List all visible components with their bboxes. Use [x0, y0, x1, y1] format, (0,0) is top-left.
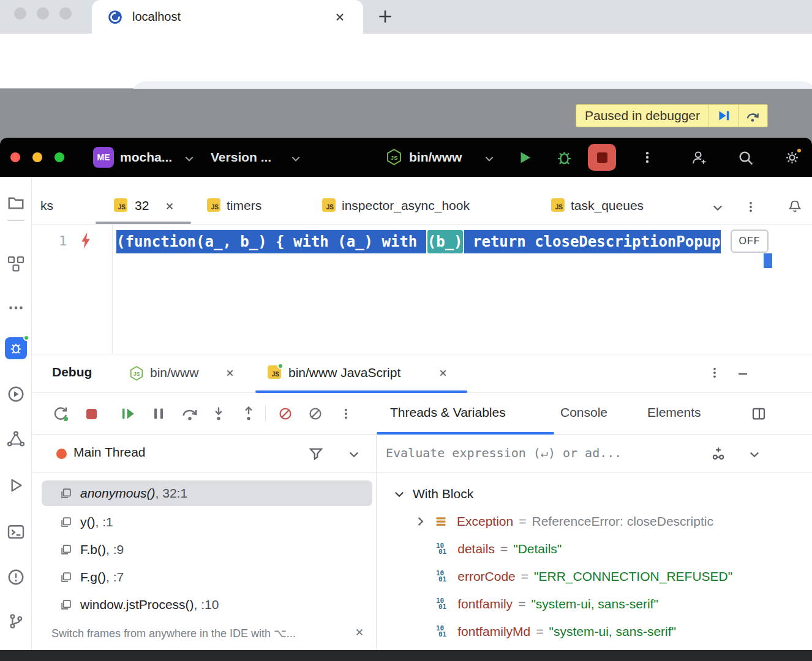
primitive-value-icon: 1001	[436, 598, 446, 610]
debug-tool-window-button[interactable]	[5, 337, 27, 359]
ide-fullscreen-button[interactable]	[55, 152, 64, 162]
project-folder-icon[interactable]	[7, 194, 25, 212]
tab-console[interactable]: Console	[560, 405, 607, 420]
scope-row[interactable]: With Block	[377, 480, 812, 507]
editor-tab-timers[interactable]: timers	[227, 198, 261, 213]
switch-frames-hint: Switch frames from anywhere in the IDE w…	[51, 627, 296, 640]
graphql-icon[interactable]	[7, 430, 25, 449]
variable-row[interactable]: 1001 fontfamily = "system-ui, sans-serif…	[377, 590, 812, 618]
ignore-breakpoints-button[interactable]	[307, 406, 323, 422]
more-actions-icon[interactable]	[641, 151, 654, 164]
editor-tab-32[interactable]: 32	[135, 198, 149, 213]
resume-script-button[interactable]	[709, 105, 738, 127]
chevron-down-icon[interactable]	[748, 448, 761, 460]
ide-minimize-button[interactable]	[32, 152, 42, 162]
add-watch-icon[interactable]	[710, 446, 726, 461]
chevron-right-icon[interactable]	[414, 515, 426, 528]
frame-row[interactable]: y(), :1	[42, 508, 372, 536]
editor-tab-partial[interactable]: ks	[40, 198, 53, 213]
browser-minimize-button[interactable]	[37, 7, 49, 20]
tab-threads-variables[interactable]: Threads & Variables	[390, 405, 506, 420]
tab-elements[interactable]: Elements	[647, 405, 701, 420]
variable-name: fontfamily	[457, 597, 513, 611]
mute-breakpoints-button[interactable]	[277, 406, 293, 422]
project-selector[interactable]: mocha...	[120, 149, 172, 166]
structure-icon[interactable]	[7, 255, 25, 273]
resume-program-button[interactable]	[119, 405, 137, 422]
frame-row[interactable]: window.jstProcess(), :10	[42, 591, 372, 618]
breakpoint-bolt-icon[interactable]	[78, 231, 93, 250]
vcs-widget[interactable]: Version ...	[211, 149, 271, 166]
frame-row[interactable]: F.g(), :7	[42, 563, 372, 591]
code-line[interactable]: (function(a_, b_) { with (a_) with (b_) …	[116, 230, 721, 253]
run-button[interactable]	[517, 150, 533, 165]
toolbar-kebab-icon[interactable]	[340, 408, 352, 420]
step-into-button[interactable]	[210, 405, 227, 422]
svg-text:JS: JS	[133, 371, 140, 377]
session-running-dot	[277, 363, 284, 369]
frame-row[interactable]: anonymous(), 32:1	[42, 480, 372, 506]
chevron-down-icon[interactable]	[290, 153, 301, 164]
equals-sign: =	[518, 597, 525, 611]
minimize-panel-icon[interactable]	[737, 368, 749, 380]
variable-row[interactable]: Exception = ReferenceError: closeDescrip…	[377, 507, 812, 535]
hint-close-icon[interactable]	[354, 627, 365, 638]
step-over-next-button[interactable]	[738, 105, 767, 127]
code-with-me-icon[interactable]	[691, 149, 707, 166]
browser-tab[interactable]: localhost	[92, 0, 363, 34]
variable-row[interactable]: 1001 errorCode = "ERR_CONNECTION_REFUSED…	[377, 562, 812, 590]
terminal-icon[interactable]	[7, 523, 25, 541]
chevron-down-icon[interactable]	[484, 153, 495, 164]
rerun-button[interactable]	[52, 405, 69, 422]
rail-divider	[7, 220, 24, 221]
settings-gear-icon[interactable]	[784, 149, 800, 166]
tab-close-icon[interactable]	[225, 368, 235, 378]
variable-name: Exception	[457, 514, 513, 529]
variable-row[interactable]: 1001 details = "Details"	[377, 535, 812, 562]
layout-settings-icon[interactable]	[751, 406, 766, 421]
chevron-down-icon[interactable]	[393, 488, 405, 500]
editor[interactable]: 1 (function(a_, b_) { with (a_) with (b_…	[32, 225, 812, 354]
variable-row[interactable]: 1001 fontfamilyMd = "system-ui, sans-ser…	[377, 618, 812, 645]
variable-name: details	[457, 542, 495, 556]
stop-button[interactable]	[588, 144, 616, 171]
ide-close-button[interactable]	[10, 152, 20, 162]
new-tab-button[interactable]	[377, 9, 393, 24]
notifications-bell-icon[interactable]	[788, 199, 802, 214]
filter-funnel-icon[interactable]	[309, 446, 323, 461]
evaluate-expression-input[interactable]: Evaluate expression (↵) or ad...	[386, 446, 622, 460]
editor-tab-inspector-async-hook[interactable]: inspector_async_hook	[342, 198, 470, 213]
services-icon[interactable]	[7, 385, 25, 403]
debug-run-button[interactable]	[556, 149, 573, 166]
off-badge[interactable]: OFF	[731, 230, 769, 253]
problems-icon[interactable]	[7, 568, 25, 586]
search-everywhere-icon[interactable]	[737, 149, 754, 166]
frame-row[interactable]: F.b(), :9	[42, 536, 372, 563]
stop-session-button[interactable]	[86, 409, 97, 419]
debug-session-tab-binwww[interactable]: bin/www	[150, 365, 198, 380]
more-tool-windows-icon[interactable]	[7, 299, 24, 316]
debug-session-tab-binwww-javascript[interactable]: bin/www JavaScript	[288, 365, 400, 380]
git-branch-icon[interactable]	[7, 613, 24, 630]
tab-close-icon[interactable]	[164, 201, 175, 212]
step-out-button[interactable]	[240, 405, 257, 422]
tab-close-icon[interactable]	[438, 368, 448, 378]
thread-selector[interactable]: Main Thread	[73, 445, 146, 460]
chevron-down-icon[interactable]	[712, 201, 724, 214]
chevron-down-icon[interactable]	[184, 153, 195, 164]
step-over-button[interactable]	[181, 405, 199, 423]
tab-close-icon[interactable]	[334, 11, 346, 23]
chevron-down-icon[interactable]	[348, 448, 360, 460]
browser-fullscreen-button[interactable]	[59, 7, 72, 20]
variable-name: fontfamilyMd	[457, 624, 530, 639]
screen: localhost localhost:3000/users/	[0, 0, 812, 661]
toolbar-divider	[265, 405, 266, 422]
pause-program-button[interactable]	[150, 405, 167, 422]
browser-close-button[interactable]	[14, 7, 26, 20]
tab-options-kebab-icon[interactable]	[745, 201, 757, 213]
editor-tab-task-queues[interactable]: task_queues	[571, 198, 644, 213]
run-tool-window-icon[interactable]	[7, 477, 24, 494]
run-configuration-selector[interactable]: bin/www	[409, 149, 462, 166]
frame-function: window.jstProcess()	[80, 597, 194, 611]
debug-options-kebab-icon[interactable]	[709, 367, 721, 379]
